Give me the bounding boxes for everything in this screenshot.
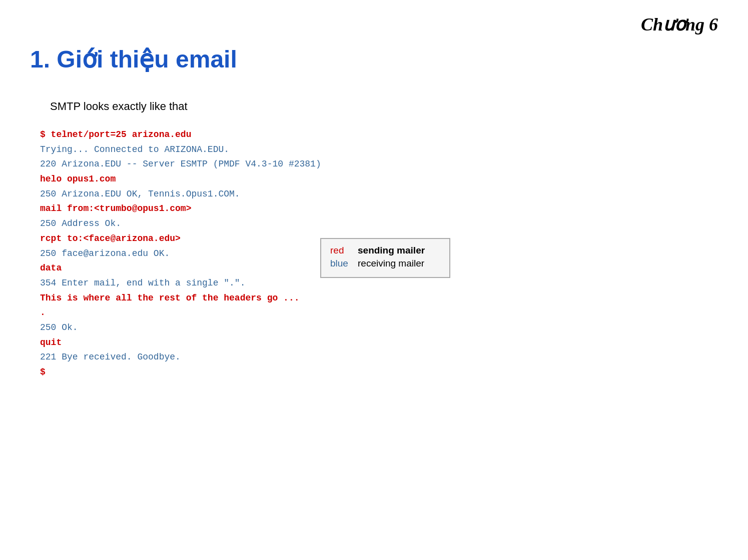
chapter-label: Chương 6 bbox=[641, 14, 718, 35]
code-line-5: 250 Arizona.EDU OK, Tennis.Opus1.COM. bbox=[40, 187, 321, 202]
code-line-16: 221 Bye received. Goodbye. bbox=[40, 350, 321, 365]
code-line-9: 250 face@arizona.edu OK. bbox=[40, 246, 321, 262]
code-line-15: quit bbox=[40, 336, 321, 350]
legend-blue-desc: receiving mailer bbox=[358, 258, 424, 269]
code-line-6: mail from:<trumbo@opus1.com> bbox=[40, 202, 321, 216]
page-title: 1. Giới thiệu email bbox=[30, 45, 237, 73]
legend-row-red: red sending mailer bbox=[330, 245, 440, 256]
code-line-12: This is where all the rest of the header… bbox=[40, 291, 321, 306]
legend-row-blue: blue receiving mailer bbox=[330, 258, 440, 269]
code-line-4: helo opus1.com bbox=[40, 172, 321, 187]
code-line-3: 220 Arizona.EDU -- Server ESMTP (PMDF V4… bbox=[40, 157, 321, 172]
code-line-10: data bbox=[40, 261, 321, 276]
code-line-8: rcpt to:<face@arizona.edu> bbox=[40, 232, 321, 246]
legend-red-label: red bbox=[330, 245, 358, 256]
legend-blue-label: blue bbox=[330, 258, 358, 269]
code-line-7: 250 Address Ok. bbox=[40, 216, 321, 232]
code-line-2: Trying... Connected to ARIZONA.EDU. bbox=[40, 142, 321, 158]
code-line-11: 354 Enter mail, end with a single ".". bbox=[40, 276, 321, 291]
code-line-13: . bbox=[40, 306, 321, 320]
legend-box: red sending mailer blue receiving mailer bbox=[320, 238, 450, 278]
code-line-1: $ telnet/port=25 arizona.edu bbox=[40, 128, 321, 142]
code-line-14: 250 Ok. bbox=[40, 320, 321, 336]
legend-red-desc: sending mailer bbox=[358, 245, 425, 256]
code-block: $ telnet/port=25 arizona.edu Trying... C… bbox=[40, 128, 321, 380]
subtitle-text: SMTP looks exactly like that bbox=[50, 100, 188, 113]
code-line-17: $ bbox=[40, 365, 321, 380]
